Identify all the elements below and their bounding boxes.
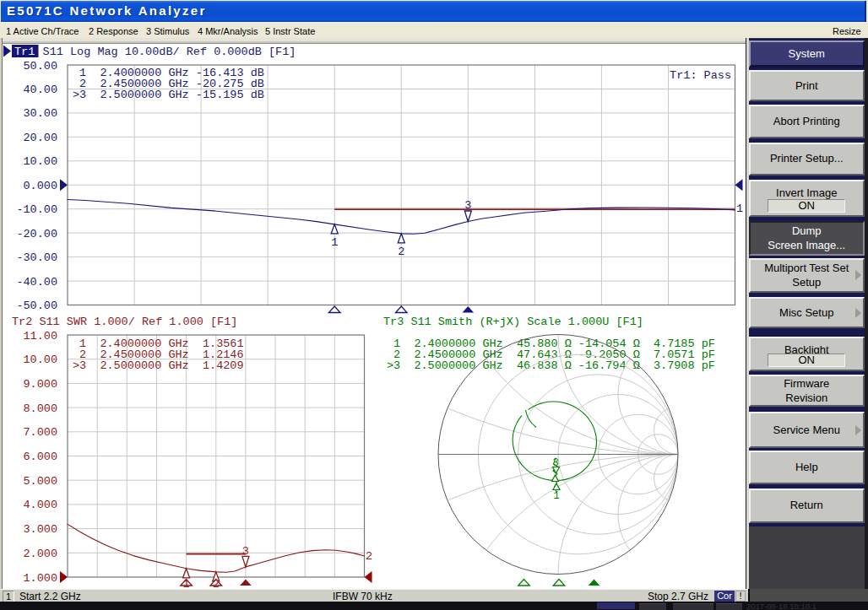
svg-text:4.000: 4.000 xyxy=(23,499,57,511)
svg-text:40.00: 40.00 xyxy=(23,84,57,96)
svg-text:2: 2 xyxy=(366,550,372,563)
svg-text:50.00: 50.00 xyxy=(23,60,57,73)
svg-text:10.00: 10.00 xyxy=(23,354,57,366)
svg-text:11.00: 11.00 xyxy=(23,330,57,343)
svg-text:>3 2.5000000 GHz 46.838 Ω -1: >3 2.5000000 GHz 46.838 Ω -16.794 Ω 3.79… xyxy=(387,359,715,372)
svg-text:-30.00: -30.00 xyxy=(16,251,57,264)
svg-text:20.00: 20.00 xyxy=(23,132,57,144)
svg-text:1: 1 xyxy=(553,490,559,502)
svg-text:10.00: 10.00 xyxy=(23,155,57,168)
svg-text:Tr3 S11 Smith (R+jX) Scale 1.0: Tr3 S11 Smith (R+jX) Scale 1.000U [F1] xyxy=(383,316,643,328)
svg-text:30.00: 30.00 xyxy=(23,107,57,120)
svg-text:Tr1: Tr1 xyxy=(14,46,35,58)
svg-text:2: 2 xyxy=(398,246,404,258)
svg-text:Tr2 S11 SWR 1.000/ Ref 1.000 [: Tr2 S11 SWR 1.000/ Ref 1.000 [F1] xyxy=(12,316,237,328)
svg-text:-10.00: -10.00 xyxy=(16,203,57,216)
svg-text:6.000: 6.000 xyxy=(23,451,57,463)
svg-text:5.000: 5.000 xyxy=(23,475,57,488)
svg-text:7.000: 7.000 xyxy=(23,426,57,439)
svg-text:-20.00: -20.00 xyxy=(16,228,57,240)
svg-text:Tr1: Pass: Tr1: Pass xyxy=(670,69,731,82)
svg-text:8.000: 8.000 xyxy=(23,402,57,415)
svg-text:S11 Log Mag 10.00dB/ Ref 0.000: S11 Log Mag 10.00dB/ Ref 0.000dB [F1] xyxy=(36,46,296,58)
svg-text:>3 2.5000000 GHz -15.195 dB: >3 2.5000000 GHz -15.195 dB xyxy=(73,89,264,101)
svg-text:1.000: 1.000 xyxy=(23,572,57,585)
svg-text:9.000: 9.000 xyxy=(23,378,57,391)
svg-text:>3 2.5000000 GHz 1.4209: >3 2.5000000 GHz 1.4209 xyxy=(73,359,244,372)
svg-text:3: 3 xyxy=(242,545,249,558)
svg-text:1: 1 xyxy=(736,202,743,215)
svg-text:3: 3 xyxy=(464,199,471,212)
svg-text:3.000: 3.000 xyxy=(23,523,57,536)
svg-text:-50.00: -50.00 xyxy=(16,300,57,312)
svg-text:0.000: 0.000 xyxy=(23,180,57,192)
svg-text:-40.00: -40.00 xyxy=(16,276,57,289)
svg-text:1: 1 xyxy=(331,236,338,249)
svg-text:2.000: 2.000 xyxy=(23,548,57,560)
